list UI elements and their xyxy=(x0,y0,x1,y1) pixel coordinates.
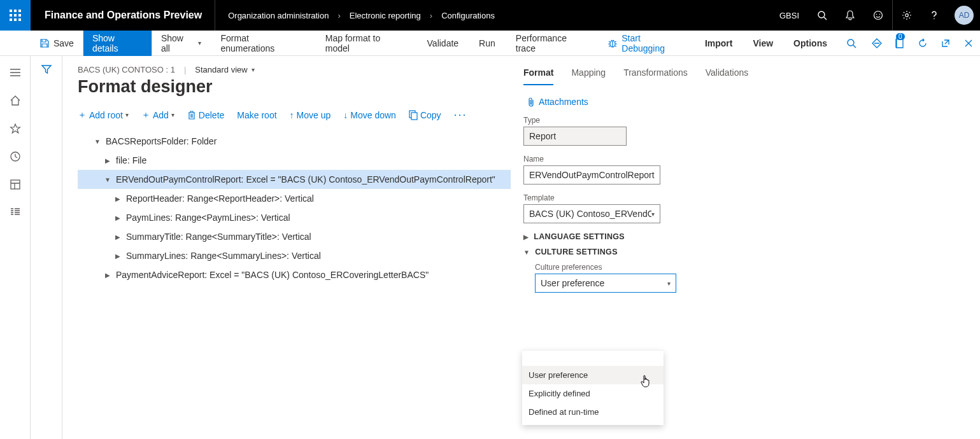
content: BACS (UK) CONTOSO : 1 | Standard view ▾ … xyxy=(62,56,980,439)
delete-button[interactable]: Delete xyxy=(187,110,224,120)
show-details-label: Show details xyxy=(92,33,143,53)
make-root-button[interactable]: Make root xyxy=(237,110,276,120)
chevron-right-icon: › xyxy=(430,11,432,20)
tree-node-selected[interactable]: ▼ERVendOutPaymControlReport: Excel = "BA… xyxy=(78,170,511,189)
popout-button[interactable] xyxy=(934,31,957,56)
map-format-button[interactable]: Map format to model xyxy=(315,31,417,56)
dropdown-option[interactable]: User preference xyxy=(522,366,664,384)
home-button[interactable] xyxy=(0,89,31,112)
format-enumerations-button[interactable]: Format enumerations xyxy=(210,31,315,56)
breadcrumb-item[interactable]: Electronic reporting xyxy=(350,11,421,20)
tree-label: SummaryLines: Range<SummaryLines>: Verti… xyxy=(126,251,321,261)
options-label: Options xyxy=(793,38,827,48)
company-picker[interactable]: GBSI xyxy=(771,11,808,20)
type-label: Type xyxy=(523,116,772,125)
tab-validations[interactable]: Validations xyxy=(706,65,748,85)
nav-toggle-button[interactable] xyxy=(0,61,31,84)
language-settings-header[interactable]: ▶ LANGUAGE SETTINGS xyxy=(523,232,772,241)
diamond-icon xyxy=(871,38,883,49)
make-root-label: Make root xyxy=(237,110,276,120)
add-root-button[interactable]: ＋Add root▾ xyxy=(78,109,129,121)
settings-button[interactable] xyxy=(892,0,920,31)
overflow-button[interactable]: ··· xyxy=(454,108,467,122)
page-body: BACS (UK) CONTOSO : 1 | Standard view ▾ … xyxy=(0,56,980,439)
smile-icon xyxy=(873,10,883,20)
view-button[interactable]: View xyxy=(742,31,783,56)
start-debugging-button[interactable]: Start Debugging xyxy=(599,31,695,56)
add-button[interactable]: ＋Add▾ xyxy=(141,109,174,121)
user-avatar[interactable]: AD xyxy=(955,6,974,25)
tree-node[interactable]: ▶SummaryLines: Range<SummaryLines>: Vert… xyxy=(78,246,511,265)
tree-label: file: File xyxy=(116,155,146,165)
right-pane: Format Mapping Transformations Validatio… xyxy=(511,65,785,439)
options-button[interactable]: Options xyxy=(783,31,837,56)
recent-button[interactable] xyxy=(0,145,31,168)
type-value: Report xyxy=(529,131,556,141)
tree-node[interactable]: ▶PaymentAdviceReport: Excel = "BACS (UK)… xyxy=(78,265,511,284)
breadcrumb-item[interactable]: Organization administration xyxy=(228,11,329,20)
culture-preferences-field: Culture preferences User preference ▾ xyxy=(535,263,772,293)
map-format-label: Map format to model xyxy=(325,33,407,53)
validate-button[interactable]: Validate xyxy=(417,31,469,56)
tree-node[interactable]: ▶PaymLines: Range<PaymLines>: Vertical xyxy=(78,208,511,227)
tab-label: Mapping xyxy=(571,67,606,78)
svg-point-12 xyxy=(876,14,877,15)
culture-pref-select[interactable]: User preference ▾ xyxy=(535,274,676,293)
show-all-button[interactable]: Show all▾ xyxy=(152,31,211,56)
move-down-button[interactable]: ↓Move down xyxy=(343,110,396,120)
import-button[interactable]: Import xyxy=(695,31,743,56)
arrow-down-icon: ↓ xyxy=(343,110,348,120)
template-value: BACS (UK) Contoso_ERVendO... xyxy=(529,209,651,219)
type-input[interactable]: Report xyxy=(523,127,627,146)
workspace-icon xyxy=(10,179,21,190)
record-title: BACS (UK) CONTOSO : 1 xyxy=(78,65,175,74)
tab-format[interactable]: Format xyxy=(523,65,553,85)
attachments-button[interactable]: 0 xyxy=(888,31,911,56)
svg-rect-5 xyxy=(18,14,21,17)
tree-node[interactable]: ▼BACSReportsFolder: Folder xyxy=(78,132,511,151)
template-select[interactable]: BACS (UK) Contoso_ERVendO... ▾ xyxy=(523,204,660,223)
attachments-link[interactable]: Attachments xyxy=(526,97,772,107)
start-debug-label: Start Debugging xyxy=(621,33,686,53)
dropdown-option[interactable]: Defined at run-time xyxy=(522,403,664,421)
search-button[interactable] xyxy=(808,0,836,31)
culture-pref-dropdown: User preference Explicitly defined Defin… xyxy=(522,350,664,425)
performance-trace-button[interactable]: Performance trace xyxy=(506,31,599,56)
show-details-button[interactable]: Show details xyxy=(83,31,152,56)
culture-settings-header[interactable]: ▼ CULTURE SETTINGS xyxy=(523,247,772,256)
tree-node[interactable]: ▶SummaryTitle: Range<SummaryTitle>: Vert… xyxy=(78,227,511,246)
view-selector[interactable]: Standard view ▾ xyxy=(195,65,254,74)
app-launcher-button[interactable] xyxy=(0,0,31,31)
copy-button[interactable]: Copy xyxy=(409,110,441,120)
dropdown-option[interactable]: Explicitly defined xyxy=(522,384,664,403)
save-button[interactable]: Save xyxy=(31,31,83,56)
run-button[interactable]: Run xyxy=(469,31,506,56)
waffle-icon xyxy=(10,10,21,21)
favorites-button[interactable] xyxy=(0,117,31,140)
breadcrumb: Organization administration › Electronic… xyxy=(215,11,508,20)
chevron-right-icon: › xyxy=(337,11,340,20)
tree-node[interactable]: ▶file: File xyxy=(78,151,511,170)
breadcrumb-item[interactable]: Configurations xyxy=(441,11,495,20)
notifications-button[interactable] xyxy=(836,0,864,31)
tab-transformations[interactable]: Transformations xyxy=(623,65,688,85)
tab-mapping[interactable]: Mapping xyxy=(571,65,606,85)
workspaces-button[interactable] xyxy=(0,173,31,196)
hamburger-icon xyxy=(10,68,21,77)
refresh-button[interactable] xyxy=(911,31,934,56)
related-info-button[interactable] xyxy=(865,31,888,56)
help-button[interactable] xyxy=(920,0,948,31)
modules-button[interactable] xyxy=(0,201,31,224)
feedback-button[interactable] xyxy=(864,0,892,31)
filter-button[interactable] xyxy=(41,64,52,439)
close-button[interactable] xyxy=(957,31,980,56)
right-tabs: Format Mapping Transformations Validatio… xyxy=(523,65,772,85)
format-enum-label: Format enumerations xyxy=(220,33,304,53)
tree-node[interactable]: ▶ReportHeader: Range<ReportHeader>: Vert… xyxy=(78,189,511,208)
page-info: BACS (UK) CONTOSO : 1 | Standard view ▾ xyxy=(78,65,511,74)
command-search-button[interactable] xyxy=(837,31,865,56)
view-label: View xyxy=(753,38,773,48)
filter-column xyxy=(31,56,62,439)
move-up-button[interactable]: ↑Move up xyxy=(290,110,331,120)
name-input[interactable]: ERVendOutPaymControlReport xyxy=(523,165,660,185)
